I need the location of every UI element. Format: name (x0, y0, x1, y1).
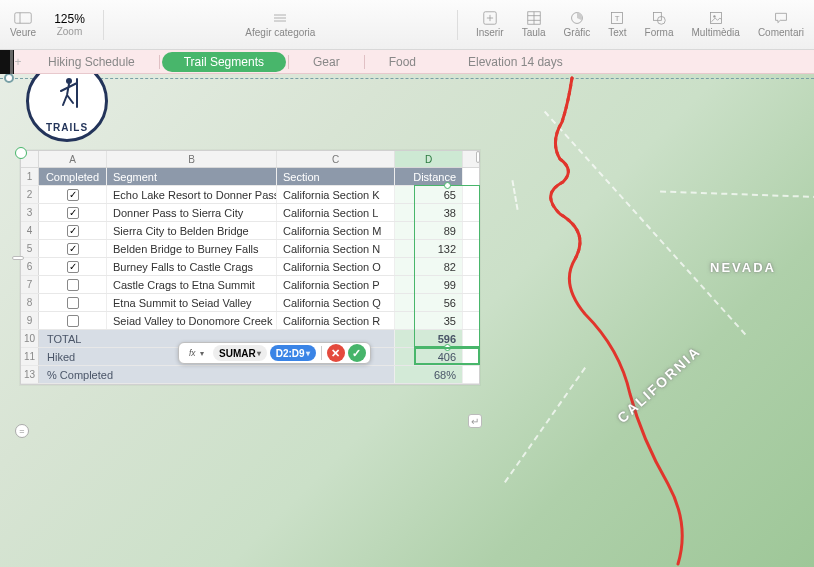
column-header-d[interactable]: D (395, 151, 463, 167)
cell-section[interactable]: California Section L (277, 204, 395, 221)
selection-handle[interactable] (444, 344, 451, 351)
checkbox[interactable] (67, 261, 79, 273)
selection-handle[interactable] (444, 182, 451, 189)
table-button[interactable]: Taula (522, 11, 546, 38)
cell-distance[interactable]: 56 (395, 294, 463, 311)
cell-distance[interactable]: 38 (395, 204, 463, 221)
cell-segment[interactable]: Castle Crags to Etna Summit (107, 276, 277, 293)
row-header[interactable]: 2 (21, 186, 39, 203)
table-row[interactable]: 8Etna Summit to Seiad ValleyCalifornia S… (21, 294, 479, 312)
cancel-button[interactable]: ✕ (327, 344, 345, 362)
cell-section[interactable]: California Section M (277, 222, 395, 239)
sheet-tab[interactable]: Hiking Schedule (26, 52, 157, 72)
range-token[interactable]: D2:D9▾ (270, 345, 316, 361)
cell-segment[interactable]: Burney Falls to Castle Crags (107, 258, 277, 275)
checkbox[interactable] (67, 207, 79, 219)
guide-handle[interactable] (4, 74, 14, 83)
cell-segment[interactable]: Donner Pass to Sierra City (107, 204, 277, 221)
view-button[interactable]: Veure (10, 11, 36, 38)
table-row[interactable]: 5Belden Bridge to Burney FallsCalifornia… (21, 240, 479, 258)
table-footer-ring[interactable]: = (15, 424, 29, 438)
table-row[interactable]: 6Burney Falls to Castle CragsCalifornia … (21, 258, 479, 276)
table-row[interactable]: 13% Completed68% (21, 366, 479, 384)
sheet-tab[interactable]: Gear (291, 52, 362, 72)
confirm-button[interactable]: ✓ (348, 344, 366, 362)
table-row[interactable]: 4Sierra City to Belden BridgeCalifornia … (21, 222, 479, 240)
cell-completed[interactable] (39, 258, 107, 275)
row-header[interactable]: 10 (21, 330, 39, 347)
cell-distance[interactable]: 132 (395, 240, 463, 257)
row-header[interactable]: 6 (21, 258, 39, 275)
insert-button[interactable]: Inserir (476, 11, 504, 38)
formula-editor[interactable]: fx ▾ SUMAR▾ D2:D9▾ ✕ ✓ (178, 342, 371, 364)
checkbox[interactable] (67, 243, 79, 255)
canvas[interactable]: NEVADA CALIFORNIA TRAILS A B C D 1Comple… (0, 74, 814, 567)
cell-completed[interactable] (39, 186, 107, 203)
checkbox[interactable] (67, 189, 79, 201)
row-header[interactable]: 1 (21, 168, 39, 185)
footer-value[interactable]: 596 (395, 330, 463, 347)
cell-section[interactable]: California Section P (277, 276, 395, 293)
cell-distance[interactable]: 65 (395, 186, 463, 203)
cell-completed[interactable] (39, 240, 107, 257)
column-resize-handle[interactable] (476, 151, 480, 163)
footer-value[interactable]: 68% (395, 366, 463, 383)
cell-completed[interactable] (39, 204, 107, 221)
fx-menu[interactable]: fx ▾ (183, 345, 210, 361)
cell-segment[interactable]: Belden Bridge to Burney Falls (107, 240, 277, 257)
row-header[interactable]: 7 (21, 276, 39, 293)
table-return-handle[interactable]: ↵ (468, 414, 482, 428)
cell-completed[interactable] (39, 276, 107, 293)
table-row[interactable]: 9Seiad Valley to Donomore CreekCaliforni… (21, 312, 479, 330)
cell-segment[interactable]: Sierra City to Belden Bridge (107, 222, 277, 239)
cell-distance[interactable]: 99 (395, 276, 463, 293)
checkbox[interactable] (67, 225, 79, 237)
cell-section[interactable]: California Section K (277, 186, 395, 203)
sheet-tab[interactable]: Food (367, 52, 438, 72)
checkbox[interactable] (67, 297, 79, 309)
table-row[interactable]: 3Donner Pass to Sierra CityCalifornia Se… (21, 204, 479, 222)
text-button[interactable]: T Text (608, 11, 626, 38)
cell-completed[interactable] (39, 312, 107, 329)
sheet-tab[interactable]: Trail Segments (162, 52, 286, 72)
cell-distance[interactable]: 89 (395, 222, 463, 239)
row-resize-handle[interactable] (12, 256, 24, 260)
row-header[interactable]: 11 (21, 348, 39, 365)
row-header[interactable]: 5 (21, 240, 39, 257)
row-header[interactable]: 9 (21, 312, 39, 329)
add-sheet-button[interactable]: + (10, 55, 26, 69)
row-header[interactable]: 4 (21, 222, 39, 239)
cell-completed[interactable] (39, 294, 107, 311)
column-header-c[interactable]: C (277, 151, 395, 167)
shape-button[interactable]: Forma (645, 11, 674, 38)
zoom-control[interactable]: 125% Zoom (54, 12, 85, 37)
cell-completed[interactable] (39, 222, 107, 239)
function-token[interactable]: SUMAR▾ (213, 345, 267, 361)
cell-segment[interactable]: Echo Lake Resort to Donner Pass (107, 186, 277, 203)
cell-distance[interactable]: 82 (395, 258, 463, 275)
column-header-a[interactable]: A (39, 151, 107, 167)
row-header[interactable]: 3 (21, 204, 39, 221)
table-row[interactable]: 2Echo Lake Resort to Donner PassCaliforn… (21, 186, 479, 204)
footer-value[interactable]: 406 (395, 348, 463, 365)
cell-section[interactable]: California Section N (277, 240, 395, 257)
table-row[interactable]: 1CompletedSegmentSectionDistance (21, 168, 479, 186)
state-border (660, 191, 814, 200)
table-row[interactable]: 7Castle Crags to Etna SummitCalifornia S… (21, 276, 479, 294)
checkbox[interactable] (67, 315, 79, 327)
chart-button[interactable]: Gràfic (564, 11, 591, 38)
cell-section[interactable]: California Section O (277, 258, 395, 275)
cell-distance[interactable]: 35 (395, 312, 463, 329)
column-header-b[interactable]: B (107, 151, 277, 167)
cell-section[interactable]: California Section Q (277, 294, 395, 311)
cell-segment[interactable]: Seiad Valley to Donomore Creek (107, 312, 277, 329)
cell-segment[interactable]: Etna Summit to Seiad Valley (107, 294, 277, 311)
row-header[interactable]: 8 (21, 294, 39, 311)
checkbox[interactable] (67, 279, 79, 291)
media-button[interactable]: Multimèdia (692, 11, 740, 38)
cell-section[interactable]: California Section R (277, 312, 395, 329)
add-category-button[interactable]: Afegir categoria (245, 11, 315, 38)
table-select-ring[interactable] (15, 147, 27, 159)
row-header[interactable]: 13 (21, 366, 39, 383)
comment-button[interactable]: Comentari (758, 11, 804, 38)
